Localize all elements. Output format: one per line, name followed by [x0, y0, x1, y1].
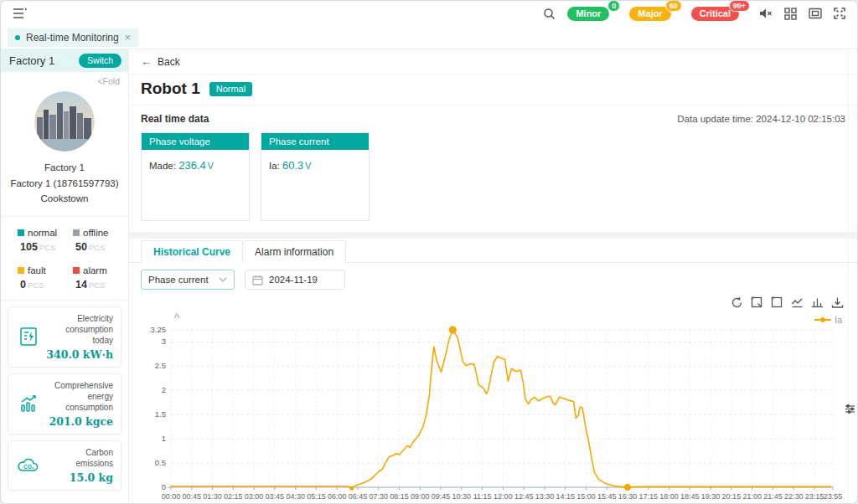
active-tab-dot-icon: [15, 35, 20, 40]
app-window: Minor 0 Major 60 Critical 99+: [0, 0, 858, 504]
back-label: Back: [158, 56, 180, 68]
phase-voltage-param-label: Made:: [149, 161, 176, 171]
fullscreen-icon[interactable]: [834, 8, 845, 19]
phase-current-unit: V: [305, 161, 311, 171]
status-unit: PCS: [39, 243, 56, 252]
x-axis-label: 17:15: [639, 492, 659, 501]
major-alarm-count: 60: [665, 0, 682, 12]
metric-value: 340.0 kW·h: [46, 348, 113, 361]
phase-voltage-card: Phase voltage Made: 236.4V: [141, 132, 250, 221]
factory-avatar: [34, 91, 95, 152]
fold-sidebar-link[interactable]: <Fold: [1, 72, 128, 88]
search-icon[interactable]: [543, 8, 556, 20]
close-tab-icon[interactable]: ×: [125, 33, 131, 43]
status-label: normal: [28, 228, 57, 238]
device-detail-panel: ← Back Robot 1 Normal Real time data Dat…: [129, 49, 857, 503]
x-axis-label: 06:00: [328, 492, 347, 501]
x-axis-label: 22:30: [784, 492, 804, 501]
y-axis-label: 0.5: [155, 458, 166, 467]
x-axis-label: 09:45: [432, 492, 451, 501]
energy-consumption-card[interactable]: Comprehensive energy consumption 201.0 k…: [8, 373, 121, 435]
mute-icon[interactable]: [759, 8, 773, 19]
apps-grid-icon[interactable]: [784, 8, 797, 20]
x-axis-label: 16:30: [618, 492, 638, 501]
x-axis-label: 02:15: [224, 492, 243, 501]
date-picker[interactable]: 2024-11-19: [245, 270, 345, 290]
status-item-normal: normal 105PCS: [18, 228, 73, 253]
realtime-cards: Phase voltage Made: 236.4V Phase current…: [129, 125, 857, 232]
status-unit: PCS: [28, 280, 44, 290]
electricity-consumption-card[interactable]: Electricity consumption today 340.0 kW·h: [8, 306, 121, 368]
zoom-reset-icon[interactable]: [771, 296, 783, 309]
status-label: offline: [83, 228, 108, 238]
realtime-section-title: Real time data: [141, 113, 209, 125]
right-panel-edge: [848, 49, 849, 503]
tab-historical-curve[interactable]: Historical Curve: [141, 240, 243, 263]
status-unit: PCS: [89, 280, 106, 290]
historical-curve-section: Ia 00:0000:4501:3002:1503:0003:4504:3005…: [129, 296, 857, 503]
tab-alarm-information[interactable]: Alarm information: [243, 240, 346, 263]
y-axis-label: 3.25: [151, 325, 167, 334]
y-axis-label: 0: [162, 482, 166, 491]
x-axis-label: 23:55: [824, 492, 843, 501]
phase-voltage-value: 236.4: [178, 159, 206, 172]
x-axis-label: 03:45: [266, 492, 285, 501]
status-count: 14: [75, 279, 87, 291]
status-item-fault: fault 0PCS: [18, 265, 73, 291]
critical-alarm-badge[interactable]: Critical 99+: [691, 7, 739, 21]
x-axis-label: 18:45: [680, 492, 700, 501]
x-axis-label: 23:15: [805, 492, 824, 501]
carbon-emissions-card[interactable]: CO₂ Carbon emissions 15.0 kg: [8, 440, 121, 491]
chart-filters: Phase current 2024-11-19: [129, 263, 857, 296]
phase-current-param-label: Ia:: [269, 161, 280, 171]
chart-settings-handle-icon[interactable]: [844, 403, 856, 415]
device-status-badge: Normal: [209, 82, 252, 96]
historical-curve-chart: 00:0000:4501:3002:1503:0003:4504:3005:15…: [129, 310, 857, 503]
minor-alarm-badge[interactable]: Minor 0: [567, 7, 609, 21]
bar-chart-type-icon[interactable]: [811, 296, 824, 309]
chart-toolbar: [731, 296, 844, 309]
back-button[interactable]: ← Back: [129, 49, 857, 75]
switch-factory-button[interactable]: Switch: [79, 54, 121, 68]
parameter-select[interactable]: Phase current: [141, 270, 235, 290]
status-count: 105: [20, 241, 38, 253]
co2-cloud-icon: CO₂: [16, 455, 41, 476]
x-axis-label: 15:45: [597, 492, 617, 501]
factory-location: Cookstown: [1, 191, 128, 207]
phase-current-card: Phase current Ia: 60.3V: [261, 132, 370, 221]
y-axis-label: 2.5: [155, 361, 166, 370]
y-axis-label: 3: [162, 337, 166, 346]
normal-color-square: [18, 229, 24, 236]
topbar: Minor 0 Major 60 Critical 99+: [1, 1, 857, 26]
phase-voltage-unit: V: [208, 161, 214, 171]
x-axis-label: 09:00: [411, 492, 430, 501]
factory-sidebar: Factory 1 Switch <Fold: [1, 49, 129, 503]
back-arrow-icon: ←: [141, 55, 152, 68]
phase-current-value: 60.3: [282, 159, 303, 172]
x-axis-label: 12:00: [494, 492, 513, 501]
x-axis-label: 12:45: [514, 492, 534, 501]
y-axis-label: 2: [162, 385, 166, 394]
metric-label: Carbon emissions: [46, 447, 113, 469]
data-zoom-icon[interactable]: [751, 296, 763, 309]
x-axis-label: 11:15: [473, 492, 492, 501]
line-chart-type-icon[interactable]: [791, 296, 804, 309]
x-axis-label: 21:45: [763, 492, 783, 501]
factory-title: Factory 1: [9, 54, 54, 67]
x-axis-label: 15:00: [576, 492, 596, 501]
device-title: Robot 1: [141, 80, 200, 98]
tab-real-time-monitoring[interactable]: Real-time Monitoring ×: [8, 28, 138, 47]
x-axis-label: 00:45: [183, 492, 202, 501]
x-axis-label: 06:45: [349, 492, 368, 501]
x-axis-label: 20:15: [722, 492, 742, 501]
major-alarm-badge[interactable]: Major 60: [629, 7, 670, 21]
x-axis-label: 08:15: [390, 492, 409, 501]
restore-icon[interactable]: [731, 296, 743, 309]
save-image-icon[interactable]: [831, 296, 844, 309]
big-screen-icon[interactable]: [809, 8, 822, 19]
alarm-color-square: [73, 267, 80, 274]
energy-trend-icon: [16, 393, 41, 414]
menu-fold-icon[interactable]: [13, 7, 28, 20]
realtime-section-header: Real time data Data update time: 2024-12…: [129, 105, 857, 125]
device-status-legend: normal 105PCS offline 50PCS fault 0PCS a…: [1, 217, 128, 291]
